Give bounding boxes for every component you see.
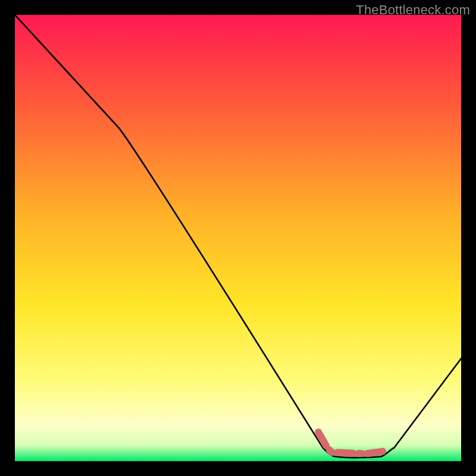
bottleneck-curve [15, 15, 461, 458]
curve-layer [15, 15, 461, 461]
plot-area [15, 15, 461, 461]
watermark-label: TheBottleneck.com [356, 2, 470, 18]
chart-frame: TheBottleneck.com [0, 0, 476, 476]
optimal-range-highlight [318, 432, 386, 453]
